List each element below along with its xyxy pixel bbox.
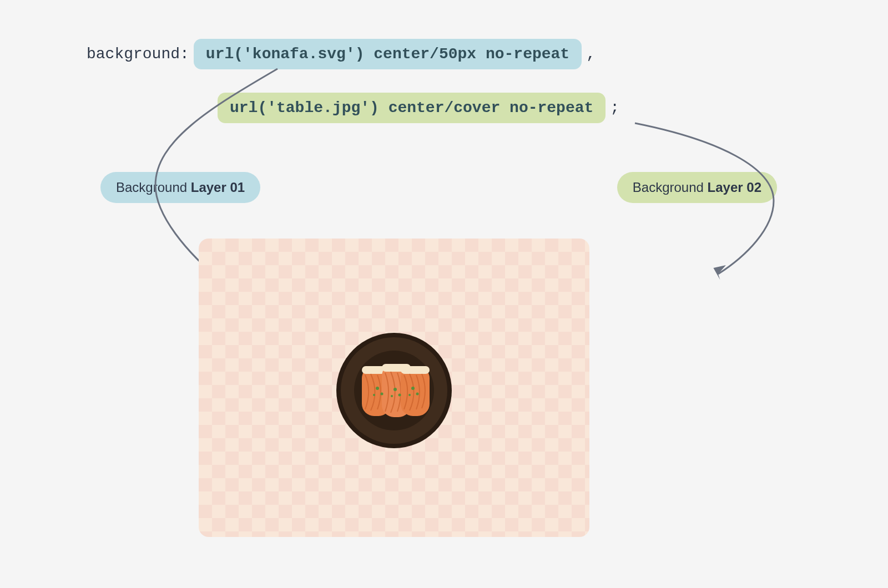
- layer-2-label-pill: Background Layer 02: [617, 172, 777, 203]
- svg-point-22: [416, 393, 419, 396]
- layer-1-label-prefix: Background: [116, 180, 191, 195]
- css-property-name: background:: [82, 45, 194, 63]
- svg-point-16: [381, 393, 384, 396]
- svg-point-18: [393, 388, 397, 391]
- svg-point-21: [411, 387, 415, 390]
- svg-point-23: [408, 394, 411, 396]
- svg-rect-14: [401, 366, 430, 374]
- layer-1-label-pill: Background Layer 01: [100, 172, 260, 203]
- layer-2-label-bold: Layer 02: [708, 180, 761, 195]
- css-background-line-2: url('table.jpg') center/cover no-repeat …: [218, 93, 624, 123]
- layer-1-css-value: url('konafa.svg') center/50px no-repeat: [194, 39, 582, 69]
- tablecloth-and-plate-illustration: [199, 239, 589, 537]
- svg-point-20: [391, 395, 393, 397]
- layer-2-css-value: url('table.jpg') center/cover no-repeat: [218, 93, 606, 123]
- css-terminator: ;: [606, 99, 624, 116]
- css-background-line-1: background: url('konafa.svg') center/50p…: [82, 39, 600, 69]
- arrow-layer-2-to-tablecloth: [618, 123, 785, 284]
- svg-point-19: [398, 394, 401, 397]
- svg-point-15: [376, 387, 379, 390]
- svg-point-17: [373, 394, 375, 396]
- layer-1-label-bold: Layer 01: [191, 180, 245, 195]
- layer-2-label-prefix: Background: [633, 180, 708, 195]
- css-separator: ,: [582, 45, 600, 63]
- result-preview: [199, 239, 589, 537]
